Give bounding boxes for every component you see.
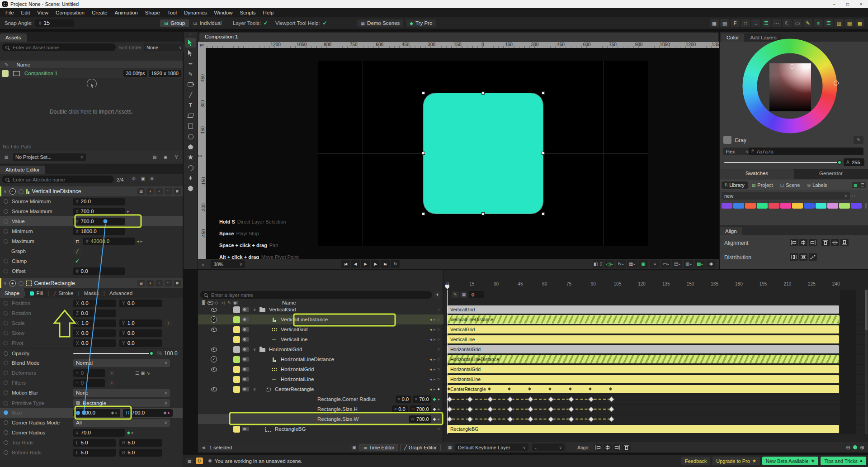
keyframe-arrows[interactable]: ◂▸ [137,239,142,243]
keyframe-diamond[interactable] [507,406,513,412]
attr-row-blend-mode[interactable]: Blend ModeNormal∨ [0,358,183,368]
layer-row-rectanglebg[interactable]: RectangleBG○ [198,424,443,434]
attr-radio-icon[interactable] [4,351,8,356]
color-chip-0[interactable] [722,203,732,209]
arrow-left-icon[interactable]: ◂ [430,327,432,332]
keyframe-diamond[interactable] [487,406,493,412]
grid-icon[interactable]: ▦ [460,291,467,298]
prev-frame-button[interactable]: ◀| [351,260,360,268]
timeline-bar[interactable]: VerticalGrid [448,305,839,314]
loop-button[interactable]: ↻ [391,260,400,268]
arrow-left-icon[interactable]: ◂ [430,317,432,322]
eye-icon[interactable] [211,387,217,391]
pi-icon[interactable]: π [73,238,81,245]
slate-icon[interactable]: ▣ [161,153,170,161]
chevron-cell[interactable]: ∨ [251,387,258,391]
selection-handle[interactable] [422,152,425,155]
arrow-icon[interactable]: ▸ [127,209,129,214]
layer-color-swatch[interactable] [233,366,240,373]
menu-composition[interactable]: Composition [52,10,88,15]
screen-icon[interactable]: ▣ [638,260,648,268]
timeline-ruler[interactable]: 0153045607590105120135150165180195210225… [443,280,868,290]
keyframe-dot-icon[interactable]: ○ [438,307,440,312]
eye-icon[interactable] [211,308,217,312]
keyframe-diamond-icon[interactable]: ◆ [433,417,436,421]
camera-tool[interactable] [185,80,196,89]
sv-selector[interactable] [790,64,794,69]
keyframe-diamond[interactable] [528,406,533,412]
timeline-bar[interactable]: CenterRectangle [448,385,839,393]
ruler-icon[interactable]: ▭ [793,19,802,27]
color-chip-10[interactable] [839,203,850,209]
camera-badge[interactable] [240,387,251,391]
status-button-feedback[interactable]: Feedback [681,457,710,465]
timeline-align-button-1[interactable] [604,444,612,451]
expand-icon[interactable]: » [202,262,204,267]
arrow-icon[interactable]: ▸ [141,239,143,243]
selection-handle[interactable] [542,91,545,95]
timeline-bar[interactable]: VerticalLineDistance [448,315,839,324]
arrow-right-icon[interactable]: ▸ [434,337,436,342]
time-editor-button[interactable]: ☰Time Editor [359,444,398,451]
tab-align[interactable]: Align [720,227,742,235]
arrow-right-icon[interactable]: ▸ [434,367,436,372]
layers-icon[interactable]: ▤▸ [672,260,682,268]
value-field[interactable]: #20.0 [73,198,125,205]
close-icon[interactable]: ✖ [174,280,181,286]
attr-radio-icon[interactable] [4,381,8,385]
individual-button[interactable]: ⊡Individual [189,19,226,27]
arrow-right-icon[interactable]: → [751,19,760,27]
hex-mode-dropdown[interactable]: Hex∨ [723,148,751,155]
arrow-left-icon[interactable]: ◂ [430,357,432,362]
timeline-bar[interactable]: HorizontalLine [448,375,839,383]
align-button-5[interactable] [840,239,849,246]
chevron-down-icon[interactable]: ∨ [253,387,256,391]
layer-tools-check-icon[interactable]: ✓ [264,20,268,26]
attr-radio-icon[interactable] [4,311,8,315]
node-icon[interactable]: ⊟ [137,188,145,195]
menu-shape[interactable]: Shape [142,10,164,15]
arrow-icon[interactable]: ▸ [132,430,134,435]
audio-icon[interactable]: ◁)▸ [604,260,614,268]
camera-badge[interactable] [240,337,251,342]
dots-icon[interactable]: ∷ [741,19,750,27]
ellipse-tool[interactable] [185,132,196,141]
value-field[interactable]: #1800.0 [73,228,125,235]
layer-row-horizontalgrid[interactable]: HorizontalGrid◂▸○ [198,364,443,374]
attr-radio-icon[interactable] [4,361,8,365]
secondary-dropdown[interactable]: -∨ [532,443,565,451]
close-button[interactable]: × [854,2,868,7]
align-justify-icon[interactable]: ☰ [824,19,833,27]
keyframe-diamond[interactable] [568,416,574,422]
attr-row-scale[interactable]: ScaleX1.0Y1.0↕ [0,318,183,328]
attr-radio-icon[interactable] [4,371,8,375]
arrow-icon[interactable]: ◂ [137,239,139,243]
scrollbar[interactable] [865,290,868,434]
keyframe-diamond[interactable] [447,416,453,422]
tab-advanced[interactable]: Advanced [105,288,137,298]
attr-radio-icon[interactable] [4,229,8,234]
attr-value-field[interactable]: #0.0 [392,405,407,413]
y-field[interactable]: R5.0 [119,449,162,457]
keyframe-diamond[interactable] [588,406,594,412]
layer-color-swatch[interactable] [233,386,240,393]
keyframe-dot-icon[interactable]: ○ [438,377,440,381]
text-tool[interactable]: T [185,100,196,110]
keyframe-dot-icon[interactable]: ○ [438,347,440,352]
palette-dropdown[interactable]: new∨ [722,192,850,200]
camera-badge[interactable] [240,347,251,352]
keyframe-diamond[interactable] [447,406,453,412]
attr-radio-icon[interactable] [4,331,8,335]
color-chip-9[interactable] [827,203,838,209]
attr-radio-icon[interactable] [4,440,8,445]
section-header[interactable]: ∨ ◉ CenterRectangle ⊟ ◖ + ∷ ✖ [0,278,183,288]
asset-search[interactable] [2,43,116,51]
attribute-search[interactable] [2,176,114,183]
keyframe-dot-icon[interactable]: ○ [438,357,440,362]
arrow-icon[interactable]: ◆ [127,430,130,435]
color-chip-1[interactable] [733,203,744,209]
attr-value-field[interactable]: #70.0 [413,396,431,403]
layer-row-horizontallinedistance[interactable]: ✓HorizontalLineDistance◂▸○ [198,354,443,364]
clear-filter-icon[interactable]: ⊗ [148,176,156,182]
scrollbar-thumb[interactable] [865,290,868,330]
